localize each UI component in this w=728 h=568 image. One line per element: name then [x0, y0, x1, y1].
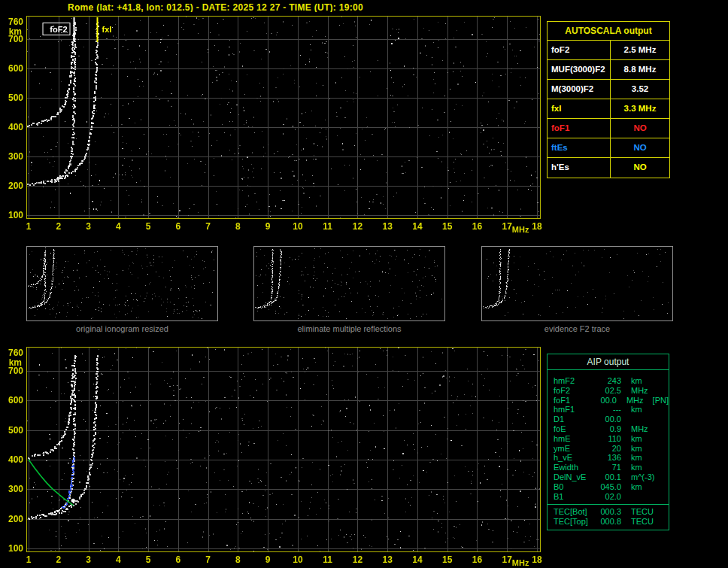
aip-value: 00.0 — [591, 396, 617, 405]
autoscala-param-label: M(3000)F2 — [548, 80, 611, 99]
aip-value: 71 — [594, 463, 621, 472]
aip-unit: m^(-3) — [621, 472, 657, 482]
autoscala-row: MUF(3000)F28.8 MHz — [548, 60, 669, 80]
aip-unit: km — [621, 482, 657, 492]
thumbnail-f2-trace: evidence F2 trace — [481, 246, 673, 321]
aip-label: DelN_vE — [554, 472, 594, 482]
aip-unit: TECU — [621, 507, 657, 517]
aip-label: hmF1 — [554, 405, 594, 415]
autoscala-screen: Rome (lat: +41.8, lon: 012.5) - DATE: 20… — [0, 0, 728, 568]
aip-row: hmF2243km — [554, 376, 669, 386]
autoscala-param-value: NO — [611, 158, 669, 178]
thumbnail-canvas-f2-trace — [482, 247, 672, 320]
autoscala-param-value: NO — [611, 138, 669, 157]
aip-label: hmF2 — [554, 376, 594, 386]
aip-note — [657, 376, 659, 386]
aip-note — [657, 482, 659, 492]
aip-label: Ewidth — [554, 463, 594, 472]
aip-value: 000.3 — [594, 507, 621, 517]
aip-value: 000.8 — [594, 517, 621, 527]
aip-note — [657, 424, 659, 434]
aip-note — [657, 472, 659, 482]
ionogram-profile-canvas — [0, 343, 543, 568]
aip-row: B0045.0km — [554, 482, 669, 492]
aip-value: 045.0 — [594, 482, 621, 492]
aip-unit: km — [621, 405, 657, 415]
thumbnail-canvas-no-multiples — [254, 247, 444, 320]
aip-row: hmE110km — [554, 434, 669, 444]
autoscala-param-value: 8.8 MHz — [611, 60, 669, 79]
aip-row: TEC[Bot]000.3TECU — [554, 507, 669, 517]
aip-value: 136 — [594, 453, 621, 463]
autoscala-param-label: foF1 — [548, 119, 611, 138]
aip-label: ymE — [554, 444, 594, 454]
aip-label: B0 — [554, 482, 594, 492]
autoscala-panel-title: AUTOSCALA output — [548, 22, 669, 41]
aip-note — [657, 453, 659, 463]
autoscala-param-label: MUF(3000)F2 — [548, 60, 611, 79]
autoscala-param-value: 3.3 MHz — [611, 99, 669, 118]
thumbnail-no-multiples: eliminate multiple reflections — [253, 246, 445, 321]
aip-note — [657, 386, 659, 396]
thumbnail-canvas-original — [27, 247, 217, 320]
autoscala-output-panel: AUTOSCALA output foF22.5 MHzMUF(3000)F28… — [547, 21, 670, 178]
thumbnail-caption: eliminate multiple reflections — [254, 324, 444, 333]
autoscala-param-value: 2.5 MHz — [611, 41, 669, 59]
aip-row: TEC[Top]000.8TECU — [554, 517, 669, 527]
aip-row: ymE20km — [554, 444, 669, 454]
aip-note: [PN] — [651, 396, 669, 405]
thumbnail-caption: original ionogram resized — [27, 324, 217, 333]
aip-note — [657, 434, 659, 444]
aip-value: 02.5 — [594, 386, 621, 396]
ionogram-main-canvas — [0, 12, 543, 238]
aip-label: foF2 — [554, 386, 594, 396]
aip-row: B102.0 — [554, 492, 669, 502]
aip-unit: km — [621, 434, 657, 444]
aip-label: D1 — [554, 415, 594, 424]
autoscala-row: fxI3.3 MHz — [548, 99, 669, 119]
autoscala-param-value: NO — [611, 119, 669, 138]
aip-value: --- — [594, 405, 621, 415]
aip-value: 00.1 — [594, 472, 621, 482]
aip-note — [657, 517, 659, 527]
aip-value: 0.9 — [594, 424, 621, 434]
aip-unit: km — [621, 463, 657, 472]
aip-unit: MHz — [621, 386, 657, 396]
aip-value: 02.0 — [594, 492, 621, 502]
aip-row: foF202.5MHz — [554, 386, 669, 396]
thumbnail-original-ionogram: original ionogram resized — [26, 246, 218, 321]
aip-label: TEC[Top] — [554, 517, 594, 527]
autoscala-table: foF22.5 MHzMUF(3000)F28.8 MHzM(3000)F23.… — [548, 41, 669, 178]
autoscala-row: M(3000)F23.52 — [548, 80, 669, 99]
aip-note — [657, 415, 659, 424]
aip-label: TEC[Bot] — [554, 507, 594, 517]
aip-label: foF1 — [554, 396, 591, 405]
aip-row: hmF1---km — [554, 405, 669, 415]
autoscala-param-value: 3.52 — [611, 80, 669, 99]
aip-value: 20 — [594, 444, 621, 454]
aip-row: Ewidth71km — [554, 463, 669, 472]
aip-table: hmF2243kmfoF202.5MHzfoF100.0MHz[PN]hmF1-… — [548, 370, 669, 501]
autoscala-param-label: h'Es — [548, 158, 611, 178]
aip-unit: km — [621, 376, 657, 386]
autoscala-row: foF22.5 MHz — [548, 41, 669, 60]
aip-unit: MHz — [617, 396, 651, 405]
aip-separator — [548, 504, 669, 505]
aip-row: D100.0 — [554, 415, 669, 424]
aip-value: 00.0 — [594, 415, 621, 424]
aip-label: h_vE — [554, 453, 594, 463]
autoscala-row: ftEsNO — [548, 138, 669, 158]
aip-value: 243 — [594, 376, 621, 386]
aip-note — [657, 463, 659, 472]
aip-label: B1 — [554, 492, 594, 502]
aip-unit: TECU — [621, 517, 657, 527]
aip-note — [657, 444, 659, 454]
aip-label: foE — [554, 424, 594, 434]
aip-unit — [621, 415, 657, 424]
aip-row: foE0.9MHz — [554, 424, 669, 434]
aip-label: hmE — [554, 434, 594, 444]
aip-tec-table: TEC[Bot]000.3TECUTEC[Top]000.8TECU — [548, 506, 669, 527]
thumbnail-caption: evidence F2 trace — [482, 324, 672, 333]
aip-unit: km — [621, 444, 657, 454]
autoscala-row: h'EsNO — [548, 158, 669, 178]
